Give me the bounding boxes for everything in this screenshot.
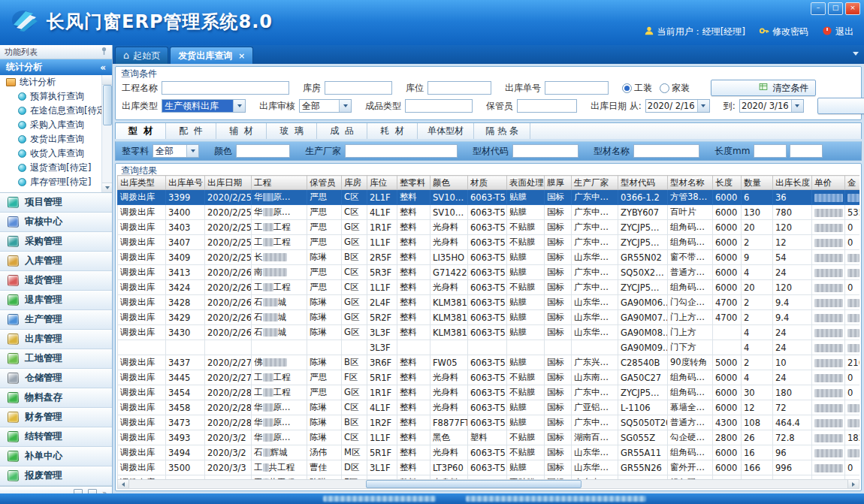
column-header[interactable]: 出库单号: [166, 176, 205, 190]
sidebar-module[interactable]: 出库管理: [0, 330, 112, 349]
logout-button[interactable]: 退出: [822, 26, 853, 38]
scrollbar-thumb[interactable]: [103, 85, 112, 125]
table-row[interactable]: 调拨出库34302020/2/26石城陈琳G区3L3F整料KLM38176063…: [118, 325, 860, 340]
column-header[interactable]: 长度: [713, 176, 742, 190]
material-tab[interactable]: 成 品: [317, 123, 367, 139]
table-row[interactable]: 调拨出库34032020/2/25工工程严思G区1R1F整料光身料6063-T5…: [118, 220, 860, 235]
material-tab[interactable]: 单体型材: [418, 123, 474, 139]
table-row[interactable]: 调拨出库33992020/2/25华原…严思C区2L1F整料SV10…6063-…: [118, 190, 860, 205]
tree-item[interactable]: 退货查询[待定]: [0, 161, 102, 175]
table-row[interactable]: 调拨出库34242020/2/26工工程严思C区1L1F整料光身料6063-T5…: [118, 280, 860, 295]
tree-item[interactable]: 预算执行查询: [0, 89, 102, 104]
order-no-input[interactable]: [545, 81, 609, 95]
scrollbar-thumb[interactable]: [366, 480, 582, 488]
sidebar-module[interactable]: 工地管理: [0, 349, 112, 369]
tree-item[interactable]: 收货入库查询: [0, 146, 102, 161]
pin-icon[interactable]: [101, 47, 107, 57]
column-header[interactable]: 型材名称: [668, 176, 713, 190]
material-tab[interactable]: 型 材: [116, 123, 166, 139]
table-row[interactable]: 调拨出库34452020/2/27工工程严思F区5R1F整料光身料6063-T5…: [118, 370, 860, 385]
sidebar-module[interactable]: 退货管理: [0, 271, 112, 291]
material-tab[interactable]: 辅 材: [216, 123, 267, 139]
scroll-right-icon[interactable]: [847, 480, 859, 488]
manufacturer-input[interactable]: [345, 144, 458, 158]
product-type-input[interactable]: [405, 99, 473, 113]
tree-item[interactable]: 发货出库查询: [0, 132, 102, 146]
material-tab[interactable]: 隔 热 条: [474, 123, 530, 139]
table-row[interactable]: 调拨出库34132020/2/26南严思C区5R3F整料G714226063-T…: [118, 265, 860, 280]
length-max-input[interactable]: [790, 144, 823, 158]
table-row[interactable]: 调拨出库34072020/2/25工工程严思G区1L1F整料光身料6063-T5…: [118, 235, 860, 250]
table-row[interactable]: 调拨出库34092020/2/25长陈琳B区2R5F整料LI35HO6063-T…: [118, 250, 860, 265]
column-header[interactable]: 库房: [342, 176, 367, 190]
table-row[interactable]: 调拨出库34282020/2/26石城陈琳G区2L4F整料KLM38176063…: [118, 295, 860, 310]
column-header[interactable]: 金: [845, 176, 860, 190]
table-row[interactable]: 调拨出库34002020/2/25华原…严思C区4L1F整料SV10…6063-…: [118, 205, 860, 220]
profile-name-input[interactable]: [633, 144, 699, 158]
table-row[interactable]: 3L3FGA90M09…门下方424: [118, 340, 860, 355]
table-row[interactable]: 调拨出库34932020/3/2华原…陈琳C区1L1F整料黑色塑料不贴膜国标湖南…: [118, 430, 860, 445]
sidebar-module[interactable]: 结转管理: [0, 427, 112, 447]
sidebar-module[interactable]: 报废管理: [0, 466, 112, 486]
column-header[interactable]: 出库日期: [205, 176, 252, 190]
table-row[interactable]: 调拨出库34372020/2/27佛陈琳B区3R6F整料FW056063-T5贴…: [118, 355, 860, 370]
column-header[interactable]: 保管员: [307, 176, 342, 190]
color-input[interactable]: [236, 144, 290, 158]
column-header[interactable]: 表面处理: [507, 176, 545, 190]
maximize-button[interactable]: □: [828, 2, 843, 15]
column-header[interactable]: 型材代码: [618, 176, 668, 190]
scrollbar-track[interactable]: [129, 480, 847, 488]
change-password-button[interactable]: 修改密码: [759, 26, 808, 38]
sidebar-module[interactable]: 补单中心: [0, 447, 112, 466]
radio-gongzhuang[interactable]: [622, 83, 632, 93]
table-row[interactable]: 调拨出库34942020/3/2石辉城汤伟M区5R1F整料光身料6063-T5不…: [118, 445, 860, 460]
sidebar-module[interactable]: 财务管理: [0, 408, 112, 427]
scroll-up-icon[interactable]: [102, 75, 112, 85]
column-header[interactable]: 库位: [367, 176, 397, 190]
outbound-audit-select[interactable]: 全部: [299, 99, 352, 113]
sidebar-module[interactable]: 生产管理: [0, 310, 112, 330]
sidebar-module[interactable]: 仓储管理: [0, 369, 112, 388]
length-min-input[interactable]: [754, 144, 787, 158]
column-header[interactable]: 工程: [252, 176, 307, 190]
close-button[interactable]: ×: [845, 2, 860, 15]
table-row[interactable]: 调拨出库34542020/2/28工工程严思G区1R1F整料光身料6063-T5…: [118, 385, 860, 400]
tab-shipping-outbound-query[interactable]: 发货出库查询 ×: [170, 47, 253, 64]
radio-jiazhuang[interactable]: [660, 83, 669, 93]
scroll-down-icon[interactable]: [102, 183, 112, 192]
table-row[interactable]: 调拨出库34582020/2/28华原…陈琳C区4L1F整料光身料6063-T5…: [118, 400, 860, 415]
column-header[interactable]: 整零料: [397, 176, 430, 190]
sidebar-module[interactable]: 物料盘存: [0, 388, 112, 408]
horizontal-scrollbar[interactable]: [117, 479, 859, 489]
minimize-button[interactable]: –: [811, 2, 826, 15]
location-input[interactable]: [427, 81, 491, 95]
material-tab[interactable]: 配 件: [166, 123, 216, 139]
column-header[interactable]: 出库类型: [118, 176, 166, 190]
scroll-left-icon[interactable]: [118, 480, 129, 488]
sidebar-section-statistics[interactable]: 统计分析 «: [0, 59, 112, 75]
sidebar-module[interactable]: 审核中心: [0, 213, 112, 232]
tree-scrollbar[interactable]: [101, 75, 112, 192]
column-header[interactable]: 数量: [742, 176, 773, 190]
keeper-input[interactable]: [517, 99, 577, 113]
date-to-input[interactable]: 2020/ 3/16: [739, 99, 804, 113]
warehouse-input[interactable]: [325, 81, 392, 95]
material-tab[interactable]: 耗 材: [367, 123, 418, 139]
column-header[interactable]: 单价: [812, 176, 845, 190]
column-header[interactable]: 膜厚: [545, 176, 572, 190]
material-tab[interactable]: 玻 璃: [267, 123, 317, 139]
tab-start-page[interactable]: ⌂ 起始页: [115, 47, 168, 64]
sidebar-module[interactable]: 采购管理: [0, 232, 112, 252]
project-name-input[interactable]: [162, 81, 289, 95]
column-header[interactable]: 生产厂家: [572, 176, 618, 190]
sidebar-module[interactable]: 退库管理: [0, 291, 112, 310]
tree-item[interactable]: 在途信息查询[待定]: [0, 104, 102, 118]
close-tab-icon[interactable]: ×: [238, 51, 245, 61]
column-header[interactable]: 出库长度: [773, 176, 812, 190]
collapse-icon[interactable]: «: [100, 62, 106, 73]
column-header[interactable]: 材质: [468, 176, 507, 190]
outbound-type-select[interactable]: 生产领料出库: [162, 99, 246, 113]
whole-piece-select[interactable]: 全部: [153, 144, 199, 158]
sidebar-module[interactable]: 项目管理: [0, 193, 112, 213]
table-row[interactable]: 调拨出库34292020/2/26石城陈琳G区5R2F整料KLM38176063…: [118, 310, 860, 325]
